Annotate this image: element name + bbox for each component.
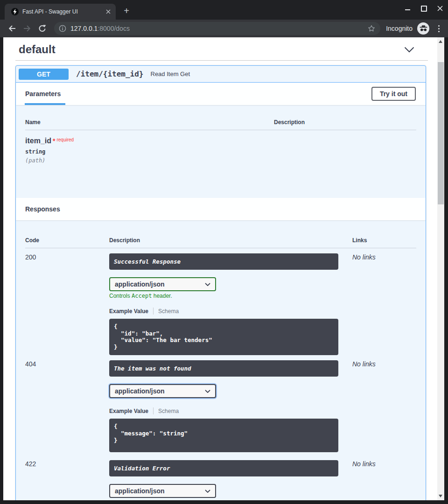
browser-menu-icon[interactable]: [434, 24, 443, 33]
operation-summary[interactable]: GET /item/{item_id} Read Item Get: [16, 66, 426, 83]
col-code: Code: [25, 237, 109, 244]
forward-icon[interactable]: [22, 23, 32, 34]
method-badge: GET: [19, 69, 69, 80]
controls-accept-note: Controls Accept header.: [109, 293, 352, 299]
col-links: Links: [352, 237, 416, 244]
tag-title: default: [19, 43, 56, 56]
site-info-icon[interactable]: [59, 25, 66, 32]
reload-icon[interactable]: [37, 23, 47, 34]
incognito-icon: [417, 22, 429, 35]
responses-header: Responses: [16, 198, 426, 220]
scroll-up-icon[interactable]: [439, 40, 442, 43]
responses-table-head: Code Description Links: [25, 237, 416, 248]
response-links: No links: [352, 253, 416, 355]
col-description: Description: [274, 119, 416, 126]
close-button[interactable]: [437, 5, 443, 12]
response-row-422: 422 Validation Error application/json Ex…: [25, 458, 416, 500]
response-row-200: 200 Successful Response application/json…: [25, 251, 416, 355]
opblock-get: GET /item/{item_id} Read Item Get Parame…: [15, 65, 426, 500]
parameters-table-head: Name Description: [25, 119, 416, 130]
response-links: No links: [352, 460, 416, 500]
response-description-box: The item was not found: [109, 360, 338, 377]
media-type-value: application/json: [115, 387, 165, 395]
example-json-box: { "id": "bar", "value": "The bar tenders…: [109, 319, 338, 355]
response-links: No links: [352, 360, 416, 452]
chevron-down-icon[interactable]: [404, 47, 414, 53]
response-row-404: 404 The item was not found application/j…: [25, 358, 416, 452]
example-tabs: Example Value Schema: [109, 308, 352, 315]
parameter-location: (path): [25, 157, 416, 164]
page-content: default GET /item/{item_id} Read Item Ge…: [3, 37, 444, 500]
scroll-down-icon[interactable]: [439, 495, 442, 497]
tab-title: Fast API - Swagger UI: [22, 8, 105, 15]
media-type-select[interactable]: application/json: [109, 484, 216, 498]
url-text: 127.0.0.1:8000/docs: [70, 25, 367, 32]
incognito-label: Incognito: [386, 25, 413, 32]
operation-description: Read Item Get: [151, 70, 190, 77]
media-type-select[interactable]: application/json: [109, 384, 216, 398]
example-tabs: Example Value Schema: [109, 407, 352, 414]
tab-separator: [153, 308, 154, 315]
example-json-box: { "message": "string" }: [109, 419, 338, 452]
tab-parameters[interactable]: Parameters: [25, 90, 61, 98]
try-it-out-button[interactable]: Try it out: [371, 87, 416, 101]
browser-window: Fast API - Swagger UI + 12: [0, 0, 448, 504]
required-label: required: [56, 137, 74, 142]
browser-toolbar: 127.0.0.1:8000/docs Incognito: [0, 20, 448, 37]
response-description-box: Validation Error: [109, 460, 338, 476]
parameters-header: Parameters Try it out: [16, 83, 426, 105]
parameter-name: item_id: [25, 137, 51, 145]
window-controls: [404, 5, 443, 12]
address-bar[interactable]: 127.0.0.1:8000/docs: [54, 22, 380, 35]
swagger-page: default GET /item/{item_id} Read Item Ge…: [3, 37, 437, 500]
media-type-select[interactable]: application/json: [109, 277, 216, 291]
response-code: 422: [25, 460, 109, 500]
response-description-box: Successful Response: [109, 253, 338, 270]
tag-divider: [15, 60, 428, 61]
parameters-body: Name Description item_id*required string…: [16, 105, 426, 198]
tab-schema[interactable]: Schema: [158, 408, 179, 414]
tag-section-header[interactable]: default: [3, 37, 437, 57]
tab-example-value[interactable]: Example Value: [109, 408, 148, 414]
response-code: 200: [25, 253, 109, 355]
required-star: *: [53, 137, 55, 145]
col-name: Name: [25, 119, 274, 126]
maximize-button[interactable]: [420, 5, 427, 12]
scrollbar-thumb[interactable]: [438, 62, 444, 204]
fastapi-favicon-icon: [11, 8, 19, 15]
responses-body: Code Description Links 200 Successful Re…: [16, 220, 426, 500]
response-code: 404: [25, 360, 109, 452]
parameter-type: string: [25, 148, 416, 155]
back-icon[interactable]: [7, 23, 17, 34]
responses-title: Responses: [25, 205, 60, 213]
parameters-tab-underline: [25, 103, 65, 105]
operation-path: /item/{item_id}: [76, 70, 144, 78]
media-type-value: application/json: [115, 280, 165, 288]
browser-tab[interactable]: Fast API - Swagger UI: [5, 4, 116, 20]
tab-separator: [153, 407, 154, 414]
col-description: Description: [109, 237, 352, 244]
tab-schema[interactable]: Schema: [158, 308, 179, 315]
page-scrollbar[interactable]: [437, 37, 444, 500]
media-type-value: application/json: [115, 487, 165, 495]
bookmark-star-icon[interactable]: [367, 24, 376, 33]
tab-close-icon[interactable]: [105, 8, 112, 15]
minimize-button[interactable]: [404, 5, 411, 12]
tab-example-value[interactable]: Example Value: [109, 308, 148, 315]
parameter-row: item_id*required string (path): [25, 137, 416, 164]
new-tab-button[interactable]: +: [120, 5, 133, 17]
title-bar: Fast API - Swagger UI +: [0, 0, 448, 20]
